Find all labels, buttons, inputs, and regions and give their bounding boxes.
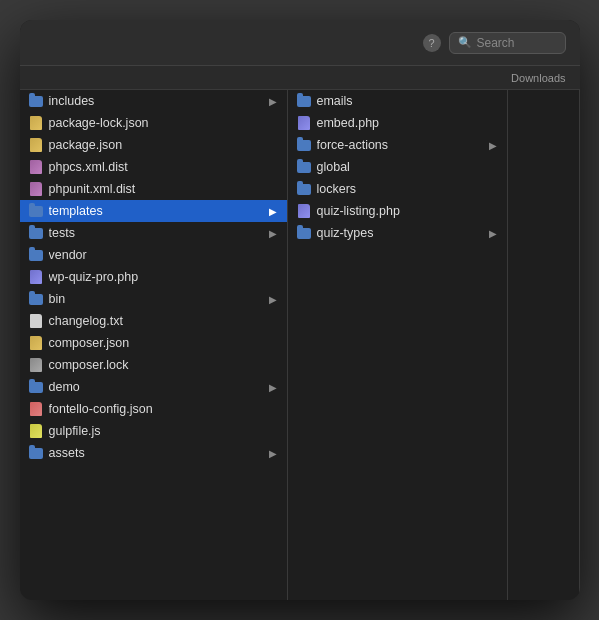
list-item[interactable]: changelog.txt — [20, 310, 287, 332]
column-3 — [508, 90, 580, 600]
content-area: includes ▶ package-lock.json package.jso… — [20, 90, 580, 600]
list-item[interactable]: wp-quiz-pro.php — [20, 266, 287, 288]
list-item[interactable]: emails — [288, 90, 507, 112]
list-item[interactable]: tests ▶ — [20, 222, 287, 244]
file-icon — [28, 291, 44, 307]
item-name: bin — [49, 292, 264, 306]
chevron-icon: ▶ — [269, 206, 279, 217]
file-icon — [296, 225, 312, 241]
list-item[interactable]: phpcs.xml.dist — [20, 156, 287, 178]
item-name: composer.lock — [49, 358, 279, 372]
item-name: quiz-types — [317, 226, 484, 240]
chevron-icon: ▶ — [269, 294, 279, 305]
file-icon — [28, 445, 44, 461]
file-icon — [296, 203, 312, 219]
file-icon — [296, 137, 312, 153]
item-name: lockers — [317, 182, 499, 196]
item-name: includes — [49, 94, 264, 108]
file-icon — [28, 159, 44, 175]
column-headers: Downloads — [20, 66, 580, 90]
item-name: package.json — [49, 138, 279, 152]
chevron-icon: ▶ — [269, 96, 279, 107]
chevron-icon: ▶ — [489, 140, 499, 151]
list-item[interactable]: quiz-listing.php — [288, 200, 507, 222]
list-item[interactable]: gulpfile.js — [20, 420, 287, 442]
item-name: wp-quiz-pro.php — [49, 270, 279, 284]
item-name: gulpfile.js — [49, 424, 279, 438]
file-icon — [28, 335, 44, 351]
list-item[interactable]: global — [288, 156, 507, 178]
list-item[interactable]: lockers — [288, 178, 507, 200]
item-name: global — [317, 160, 499, 174]
item-name: phpcs.xml.dist — [49, 160, 279, 174]
item-name: fontello-config.json — [49, 402, 279, 416]
file-icon — [28, 203, 44, 219]
file-icon — [28, 115, 44, 131]
help-button[interactable]: ? — [423, 34, 441, 52]
search-input[interactable] — [477, 36, 557, 50]
item-name: phpunit.xml.dist — [49, 182, 279, 196]
list-item[interactable]: package-lock.json — [20, 112, 287, 134]
item-name: package-lock.json — [49, 116, 279, 130]
list-item[interactable]: composer.lock — [20, 354, 287, 376]
item-name: force-actions — [317, 138, 484, 152]
list-item[interactable]: composer.json — [20, 332, 287, 354]
file-icon — [28, 379, 44, 395]
item-name: embed.php — [317, 116, 499, 130]
list-item[interactable]: package.json — [20, 134, 287, 156]
file-icon — [28, 181, 44, 197]
file-icon — [28, 137, 44, 153]
file-icon — [28, 225, 44, 241]
item-name: templates — [49, 204, 264, 218]
item-name: assets — [49, 446, 264, 460]
downloads-header: Downloads — [501, 66, 579, 89]
file-icon — [296, 181, 312, 197]
search-box[interactable]: 🔍 — [449, 32, 566, 54]
toolbar: ? 🔍 — [20, 20, 580, 66]
chevron-icon: ▶ — [269, 448, 279, 459]
item-name: emails — [317, 94, 499, 108]
item-name: demo — [49, 380, 264, 394]
list-item[interactable]: templates ▶ — [20, 200, 287, 222]
list-item[interactable]: assets ▶ — [20, 442, 287, 464]
list-item[interactable]: demo ▶ — [20, 376, 287, 398]
search-icon: 🔍 — [458, 36, 472, 49]
file-icon — [28, 247, 44, 263]
chevron-icon: ▶ — [489, 228, 499, 239]
file-icon — [28, 357, 44, 373]
column-2: emails embed.php force-actions ▶ global … — [288, 90, 508, 600]
column-1: includes ▶ package-lock.json package.jso… — [20, 90, 288, 600]
chevron-icon: ▶ — [269, 382, 279, 393]
item-name: changelog.txt — [49, 314, 279, 328]
file-icon — [28, 401, 44, 417]
item-name: quiz-listing.php — [317, 204, 499, 218]
item-name: composer.json — [49, 336, 279, 350]
list-item[interactable]: embed.php — [288, 112, 507, 134]
file-icon — [28, 93, 44, 109]
list-item[interactable]: bin ▶ — [20, 288, 287, 310]
file-icon — [28, 269, 44, 285]
list-item[interactable]: includes ▶ — [20, 90, 287, 112]
file-icon — [28, 423, 44, 439]
list-item[interactable]: phpunit.xml.dist — [20, 178, 287, 200]
file-icon — [296, 93, 312, 109]
item-name: vendor — [49, 248, 279, 262]
finder-window: ? 🔍 Downloads includes ▶ package-lock.js… — [20, 20, 580, 600]
list-item[interactable]: quiz-types ▶ — [288, 222, 507, 244]
file-icon — [296, 115, 312, 131]
file-icon — [296, 159, 312, 175]
file-icon — [28, 313, 44, 329]
list-item[interactable]: vendor — [20, 244, 287, 266]
list-item[interactable]: fontello-config.json — [20, 398, 287, 420]
chevron-icon: ▶ — [269, 228, 279, 239]
list-item[interactable]: force-actions ▶ — [288, 134, 507, 156]
item-name: tests — [49, 226, 264, 240]
